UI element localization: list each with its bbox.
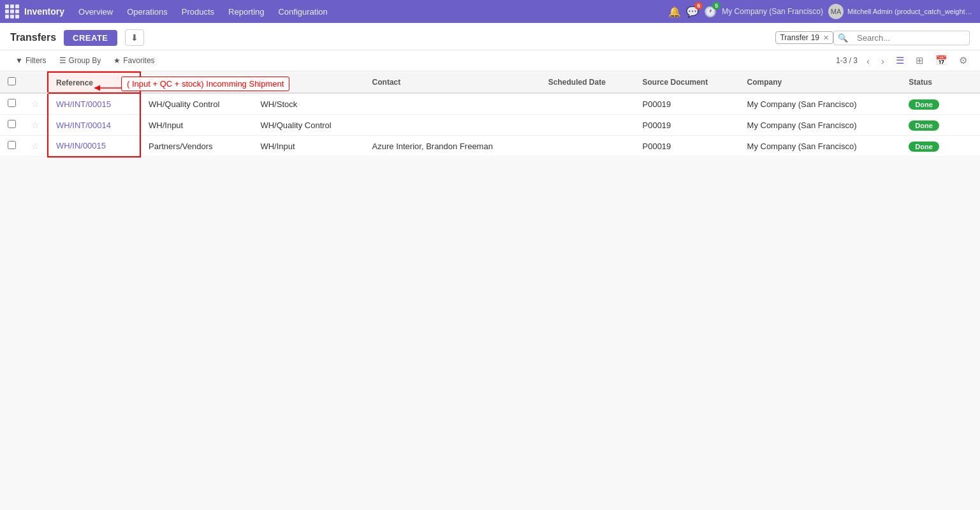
grid-icon [5,4,19,18]
row-source-document: P00019 [635,136,740,157]
prev-page-button[interactable]: ‹ [864,54,872,68]
row-checkbox-cell [0,93,24,115]
row-extra [960,115,980,136]
col-from: From [140,72,252,93]
create-button[interactable]: CREATE [64,30,117,46]
user-avatar: MA [828,4,844,19]
page-title: Transfers [10,32,56,43]
row-scheduled-date [541,136,635,157]
pagination-text: 1-3 / 3 [836,56,858,65]
star-toggle[interactable]: ☆ [31,120,40,130]
notification-bell[interactable]: 🔔 [668,6,681,18]
col-company: Company [740,72,902,93]
row-to: WH/Input [252,136,364,157]
row-checkbox[interactable] [8,141,16,149]
table-row: ☆ WH/INT/00014 WH/Input WH/Quality Contr… [0,115,980,136]
row-star-cell: ☆ [24,93,48,115]
star-toggle[interactable]: ☆ [31,141,40,151]
col-reference: Reference [48,72,140,93]
row-reference[interactable]: WH/INT/00015 [48,93,140,115]
table-wrapper: ( Input + QC + stock) Incomming Shipment… [0,71,980,157]
select-all-checkbox[interactable] [8,77,16,85]
row-checkbox[interactable] [8,99,16,107]
topbar-right: 🔔 💬 6 🕐 5 My Company (San Francisco) MA … [668,4,975,19]
apps-menu[interactable] [5,4,19,18]
messages-badge: 6 [694,2,703,10]
row-contact [365,93,541,115]
row-scheduled-date [541,115,635,136]
transfer-filter-tag: Transfer 19 ✕ [775,31,833,44]
nav-reporting[interactable]: Reporting [222,4,270,19]
groupby-icon: ☰ [59,56,66,65]
col-scheduled-date: Scheduled Date [541,72,635,93]
status-badge: Done [909,142,939,152]
user-name: Mitchell Admin (product_catch_weight_inv… [847,8,975,15]
nav-overview[interactable]: Overview [72,4,119,19]
col-source-document: Source Document [635,72,740,93]
next-page-button[interactable]: › [879,54,887,68]
favorites-button[interactable]: ★ Favorites [108,54,159,67]
transfers-table: Reference From To Contact Scheduled Date… [0,71,980,157]
filter-remove-btn[interactable]: ✕ [823,34,829,42]
list-view-button[interactable]: ☰ [893,54,907,68]
activities-badge: 5 [712,2,720,10]
status-badge: Done [909,120,939,131]
row-to: WH/Stock [252,93,364,115]
row-reference[interactable]: WH/IN/00015 [48,136,140,157]
row-checkbox-cell [0,115,24,136]
col-contact: Contact [365,72,541,93]
filter-label: Transfer [780,33,808,42]
row-company: My Company (San Francisco) [740,115,902,136]
star-toggle[interactable]: ☆ [31,99,40,109]
status-badge: Done [909,99,939,110]
activities-icon[interactable]: 🕐 5 [704,6,717,18]
row-company: My Company (San Francisco) [740,93,902,115]
row-contact: Azure Interior, Brandon Freeman [365,136,541,157]
row-extra [960,136,980,157]
table-row: ☆ WH/IN/00015 Partners/Vendors WH/Input … [0,136,980,157]
row-to: WH/Quality Control [252,115,364,136]
row-status: Done [901,93,960,115]
row-extra [960,93,980,115]
col-status: Status [901,72,960,93]
app-name: Inventory [24,6,64,17]
search-input[interactable] [852,31,970,45]
row-company: My Company (San Francisco) [740,136,902,157]
top-navigation: Inventory Overview Operations Products R… [0,0,980,23]
settings-columns-button[interactable]: ⚙ [956,54,970,68]
row-star-cell: ☆ [24,115,48,136]
star-header [24,72,48,93]
user-menu[interactable]: MA Mitchell Admin (product_catch_weight_… [828,4,975,19]
row-source-document: P00019 [635,115,740,136]
row-source-document: P00019 [635,93,740,115]
table-row: ☆ WH/INT/00015 WH/Quality Control WH/Sto… [0,93,980,115]
favorites-label: Favorites [123,56,154,65]
messages-icon[interactable]: 💬 6 [686,6,699,18]
nav-products[interactable]: Products [175,4,221,19]
filters-button[interactable]: ▼ Filters [10,54,52,67]
company-name: My Company (San Francisco) [722,7,823,16]
row-contact [365,115,541,136]
upload-button[interactable]: ⬇ [125,29,144,46]
group-by-label: Group By [69,56,101,65]
star-icon: ★ [113,56,121,65]
row-from: Partners/Vendors [140,136,252,157]
row-checkbox-cell [0,136,24,157]
filter-value: 19 [811,33,819,42]
row-status: Done [901,136,960,157]
calendar-view-button[interactable]: 📅 [933,54,950,68]
row-from: WH/Quality Control [140,93,252,115]
row-reference[interactable]: WH/INT/00014 [48,115,140,136]
col-to: To [252,72,364,93]
row-status: Done [901,115,960,136]
nav-operations[interactable]: Operations [121,4,174,19]
group-by-button[interactable]: ☰ Group By [54,54,106,67]
col-actions [960,72,980,93]
search-icon[interactable]: 🔍 [833,31,852,45]
row-checkbox[interactable] [8,120,16,128]
filters-label: Filters [26,56,47,65]
row-scheduled-date [541,93,635,115]
select-all-header [0,72,24,93]
nav-configuration[interactable]: Configuration [272,4,333,19]
kanban-view-button[interactable]: ⊞ [913,54,926,68]
